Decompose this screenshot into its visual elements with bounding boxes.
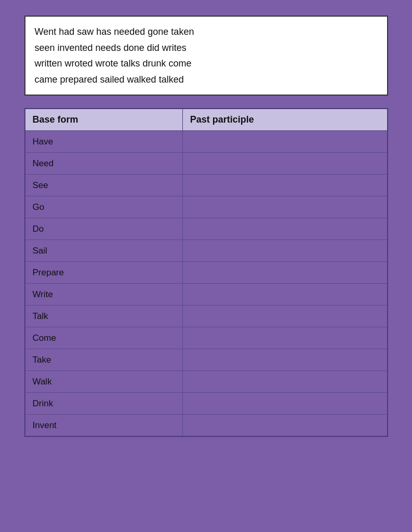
table-row: Go [25, 196, 388, 218]
base-form-cell: Take [25, 349, 183, 371]
table-row: Walk [25, 371, 388, 393]
table-row: Invent [25, 415, 388, 436]
past-participle-cell[interactable] [182, 218, 387, 240]
word-bank-line2: seen invented needs done did writes [35, 43, 187, 53]
past-participle-cell[interactable] [182, 349, 387, 371]
verb-table: Base form Past participle HaveNeedSeeGoD… [24, 108, 388, 437]
past-participle-cell[interactable] [182, 327, 387, 349]
past-participle-cell[interactable] [182, 371, 387, 393]
past-participle-cell[interactable] [182, 153, 387, 175]
table-row: Prepare [25, 262, 388, 284]
table-row: See [25, 175, 388, 196]
past-participle-cell[interactable] [182, 415, 387, 436]
table-row: Sail [25, 240, 388, 262]
base-form-cell: Drink [25, 393, 183, 415]
table-row: Drink [25, 393, 388, 415]
base-form-cell: Go [25, 196, 183, 218]
table-header-row: Base form Past participle [25, 109, 388, 131]
base-form-cell: Prepare [25, 262, 183, 284]
base-form-cell: Walk [25, 371, 183, 393]
base-form-cell: Need [25, 153, 183, 175]
col-header-base: Base form [25, 109, 183, 131]
word-bank-line3: written wroted wrote talks drunk come [35, 58, 192, 69]
base-form-cell: Come [25, 327, 183, 349]
base-form-cell: Talk [25, 305, 183, 327]
table-row: Do [25, 218, 388, 240]
past-participle-cell[interactable] [182, 175, 387, 196]
past-participle-cell[interactable] [182, 284, 387, 305]
word-bank-line1: Went had saw has needed gone taken [35, 26, 194, 37]
base-form-cell: See [25, 175, 183, 196]
table-row: Need [25, 153, 388, 175]
past-participle-cell[interactable] [182, 240, 387, 262]
base-form-cell: Have [25, 131, 183, 153]
past-participle-cell[interactable] [182, 305, 387, 327]
table-row: Take [25, 349, 388, 371]
word-bank: Went had saw has needed gone taken seen … [24, 16, 388, 96]
past-participle-cell[interactable] [182, 393, 387, 415]
past-participle-cell[interactable] [182, 131, 387, 153]
table-row: Have [25, 131, 388, 153]
base-form-cell: Sail [25, 240, 183, 262]
past-participle-cell[interactable] [182, 196, 387, 218]
word-bank-line4: came prepared sailed walked talked [35, 74, 184, 85]
base-form-cell: Invent [25, 415, 183, 436]
table-row: Write [25, 284, 388, 305]
past-participle-cell[interactable] [182, 262, 387, 284]
base-form-cell: Do [25, 218, 183, 240]
verb-table-container: Base form Past participle HaveNeedSeeGoD… [24, 108, 388, 437]
table-row: Come [25, 327, 388, 349]
base-form-cell: Write [25, 284, 183, 305]
table-row: Talk [25, 305, 388, 327]
col-header-past: Past participle [182, 109, 387, 131]
